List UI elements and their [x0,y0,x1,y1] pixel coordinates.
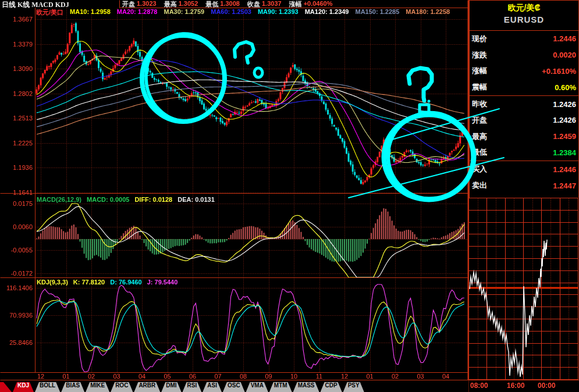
indicator-tab-bar: KDJ BOLL BIAS MIKE ROC ARBR DMI RSI ASI … [0,380,468,392]
kdj-k-value: K: 77.8120 [73,279,105,286]
quote-row-low: 最低1.2384 [470,145,578,161]
prev-close-value: 1.2426 [553,100,576,109]
trading-terminal: 日线 K线 MACD KDJ 开盘1.3023 最高1.3052 最低1.300… [0,0,579,392]
ma60-value: MA60: 1.2503 [211,8,251,17]
kdj-legend: KDJ(9,3,3) K: 77.8120 D: 76.9460 J: 79.5… [37,279,177,286]
open-label: 开盘 [122,0,135,9]
quote-row-amplitude: 震幅0.60% [470,79,578,95]
ma30-value: MA30: 1.2759 [164,8,205,17]
quote-row-change-pct: 涨幅+0.1610% [470,63,578,80]
low-field: 最低1.3008 [205,0,240,9]
open-field: 开盘1.3023 [122,0,157,9]
tab-cdp[interactable]: CDP [321,382,342,392]
quote-row-high: 最高1.2459 [470,129,578,145]
ma20-value: MA20: 1.2878 [117,8,158,17]
close-label: 收盘 [247,0,260,9]
kdj-d-value: D: 76.9460 [110,279,141,286]
high-label: 最高 [164,0,177,9]
tab-asi[interactable]: ASI [203,382,222,392]
quote-row-last: 现价1.2446 [470,31,578,47]
quote-row-change: 涨跌0.0020 [470,47,578,63]
tab-bias[interactable]: BIAS [61,382,84,392]
ma150-value: MA150: 1.2285 [355,8,399,17]
close-value: 1.3037 [262,0,282,9]
tab-mass[interactable]: MASS [293,382,319,392]
low-label: 最低 [205,0,218,9]
symbol-title-cn: 欧元/美₡ [470,1,578,15]
low-quote-value: 1.2384 [553,148,576,157]
tab-rsi[interactable]: RSI [183,382,202,392]
symbol-label: 欧元/美口 [36,8,63,17]
tab-arbr[interactable]: ARBR [134,382,160,392]
prev-close-label: 昨收 [472,99,487,109]
open-quote-value: 1.2426 [553,116,576,124]
high-quote-label: 最高 [472,131,487,142]
ma-legend: 欧元/美口 MA10: 1.2958 MA20: 1.2878 MA30: 1.… [36,8,450,17]
change-value: +0.0460% [304,0,333,9]
tab-fragment [0,382,12,392]
last-price-value: 1.2446 [553,34,576,43]
change-abs-label: 涨跌 [472,50,487,60]
tab-roc[interactable]: ROC [111,382,133,392]
change-pct-value: +0.1610% [542,67,576,76]
mini-chart-time-axis: 08:00 16:00 00:00 [468,381,579,392]
macd-params: MACD(26,12,9) [37,196,81,203]
time-label-0000: 00:00 [538,382,556,390]
ohlc-summary: 开盘1.3023 最高1.3052 最低1.3008 收盘1.3037 涨幅+0… [122,0,340,9]
ma120-value: MA120: 1.2349 [305,8,349,17]
tab-boll[interactable]: BOLL [35,382,60,392]
low-value: 1.3008 [220,0,240,9]
ma180-value: MA180: 1.2258 [406,8,450,17]
close-field: 收盘1.3037 [247,0,282,9]
low-quote-label: 最低 [472,147,487,158]
macd-dea-value: DEA: 0.0131 [177,196,215,203]
ask-label: 卖出 [472,180,487,191]
tab-mike[interactable]: MIKE [86,382,109,392]
high-quote-value: 1.2459 [553,132,576,141]
tab-vma[interactable]: VMA [246,382,268,392]
symbol-code: EURUSD [470,15,578,31]
high-field: 最高1.3052 [164,0,198,9]
quote-row-open: 开盘1.2426 [470,112,578,129]
open-value: 1.3023 [137,0,157,9]
bid-label: 买入 [472,164,487,174]
kdj-j-value: J: 79.5440 [147,279,178,286]
tab-dmi[interactable]: DMI [161,382,181,392]
change-abs-value: 0.0020 [553,51,576,59]
tab-psy[interactable]: PSY [343,382,364,392]
open-quote-label: 开盘 [472,115,487,126]
quote-row-ask: 卖出1.2447 [470,177,578,194]
last-price-label: 现价 [472,34,487,44]
amplitude-value: 0.60% [555,83,576,92]
change-pct-label: 涨幅 [472,66,487,76]
top-bar: 日线 K线 MACD KDJ 开盘1.3023 最高1.3052 最低1.300… [0,0,468,8]
time-label-1600: 16:00 [507,382,525,390]
time-label-0800: 08:00 [470,382,488,390]
amplitude-label: 震幅 [472,82,487,92]
tab-osc[interactable]: OSC [223,382,245,392]
macd-diff-value: DIFF: 0.0128 [134,196,172,203]
quote-row-prev-close: 昨收1.2426 [470,96,578,112]
high-value: 1.3052 [179,0,198,9]
tab-kdj[interactable]: KDJ [13,382,34,392]
change-label: 涨幅 [289,0,302,9]
change-field: 涨幅+0.0460% [289,0,333,9]
ask-value: 1.2447 [553,181,576,190]
macd-legend: MACD(26,12,9) MACD: 0.0005 DIFF: 0.0128 … [37,196,215,203]
bid-value: 1.2446 [553,165,576,174]
ma90-value: MA90: 1.2393 [258,8,299,17]
ma10-value: MA10: 1.2958 [70,8,111,17]
tab-mtm[interactable]: MTM [269,382,292,392]
macd-value: MACD: 0.0005 [87,196,129,203]
quote-row-bid: 买入1.2446 [470,161,578,177]
kdj-params: KDJ(9,3,3) [37,279,68,286]
quote-panel: 欧元/美₡ EURUSD 现价1.2446 涨跌0.0020 涨幅+0.1610… [468,0,579,198]
